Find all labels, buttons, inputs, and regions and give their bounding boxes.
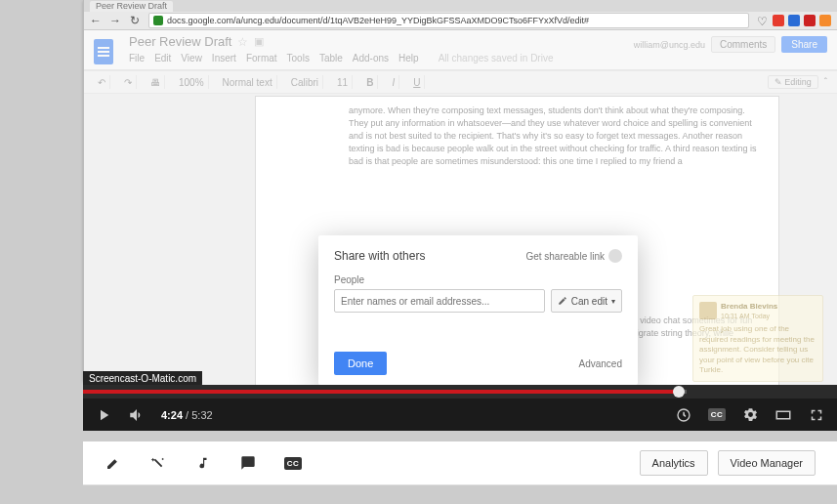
document-title[interactable]: Peer Review Draft [129, 34, 231, 49]
advanced-link[interactable]: Advanced [579, 358, 622, 369]
share-dialog: Share with others Get shareable link Peo… [318, 235, 638, 385]
permission-label: Can edit [571, 296, 607, 307]
menu-bar: File Edit View Insert Format Tools Table… [129, 49, 553, 69]
progress-handle[interactable] [673, 386, 685, 398]
permission-select[interactable]: Can edit ▾ [551, 289, 622, 313]
share-button-label: Share [791, 39, 817, 50]
reload-icon[interactable]: ↻ [129, 15, 141, 26]
menu-table[interactable]: Table [319, 53, 343, 63]
svg-rect-1 [776, 411, 790, 419]
lock-icon [153, 16, 163, 25]
current-time: 4:24 [161, 409, 183, 421]
comment-text: Great job using one of the required read… [699, 324, 816, 375]
font-select[interactable]: Calibri [287, 75, 323, 89]
comments-button[interactable]: Comments [711, 36, 775, 53]
pencil-icon [558, 296, 567, 306]
bookmark-icon[interactable]: ♡ [757, 15, 769, 26]
video-player: 4:24 / 5:32 CC [83, 385, 837, 431]
collapse-toolbar-icon[interactable]: ˆ [824, 77, 827, 88]
play-icon[interactable] [95, 406, 112, 424]
settings-icon[interactable] [741, 406, 759, 424]
extension-icon-2[interactable] [788, 15, 800, 26]
url-text: docs.google.com/a/uncg.edu/document/d/1t… [167, 16, 589, 25]
menu-help[interactable]: Help [398, 53, 419, 63]
avatar [699, 302, 717, 319]
theater-mode-icon[interactable] [774, 406, 792, 424]
video-manager-button[interactable]: Video Manager [718, 450, 816, 476]
italic-icon[interactable]: I [388, 75, 399, 89]
captions-icon[interactable]: CC [708, 406, 726, 424]
menu-edit[interactable]: Edit [154, 53, 171, 63]
address-bar[interactable]: docs.google.com/a/uncg.edu/document/d/1t… [148, 13, 749, 28]
progress-bar[interactable] [83, 385, 837, 399]
watch-later-icon[interactable] [675, 406, 692, 424]
share-button[interactable]: Share [781, 36, 827, 53]
enhance-icon[interactable] [105, 454, 122, 472]
browser-toolbar: ← → ↻ docs.google.com/a/uncg.edu/documen… [84, 12, 837, 30]
total-time: 5:32 [191, 409, 212, 421]
browser-window: Peer Review Draft ← → ↻ docs.google.com/… [83, 0, 837, 381]
fullscreen-icon[interactable] [808, 406, 825, 424]
comment-time: 10:31 AM Today [699, 312, 816, 320]
menu-file[interactable]: File [129, 53, 145, 63]
extension-icon-4[interactable] [819, 15, 831, 26]
redo-icon[interactable]: ↷ [120, 75, 137, 89]
forward-icon[interactable]: → [109, 15, 121, 26]
menu-format[interactable]: Format [246, 53, 277, 63]
get-shareable-link[interactable]: Get shareable link [525, 249, 622, 263]
browser-tab[interactable]: Peer Review Draft [90, 1, 173, 12]
menu-view[interactable]: View [181, 53, 202, 63]
back-icon[interactable]: ← [90, 15, 102, 26]
document-canvas: anymore. When they're composing text mes… [84, 94, 837, 416]
mode-select[interactable]: ✎ Editing [768, 75, 818, 89]
done-button[interactable]: Done [334, 352, 387, 375]
tab-title: Peer Review Draft [96, 1, 167, 11]
body-paragraph-1: anymore. When they're composing text mes… [349, 105, 759, 168]
menu-addons[interactable]: Add-ons [353, 53, 389, 63]
owner-email: william@uncg.edu [634, 40, 705, 50]
people-input[interactable] [334, 289, 545, 313]
folder-icon[interactable]: ▣ [254, 35, 264, 48]
comment-card[interactable]: Brenda Blevins 10:31 AM Today Great job … [692, 295, 823, 382]
undo-icon[interactable]: ↶ [94, 75, 110, 89]
docs-header: Peer Review Draft ☆ ▣ File Edit View Ins… [84, 30, 837, 70]
star-icon[interactable]: ☆ [237, 35, 248, 49]
comment-author: Brenda Blevins [699, 302, 816, 312]
audio-icon[interactable] [194, 454, 212, 472]
underline-icon[interactable]: U [409, 75, 425, 89]
progress-played [83, 390, 679, 394]
browser-tab-strip: Peer Review Draft [84, 0, 837, 12]
font-size-select[interactable]: 11 [333, 75, 353, 89]
people-label: People [334, 274, 622, 285]
print-icon[interactable]: 🖶 [146, 75, 165, 89]
dialog-title: Share with others [334, 249, 425, 263]
menu-tools[interactable]: Tools [287, 53, 310, 63]
creator-toolbar: CC Analytics Video Manager [83, 441, 837, 485]
extension-icon-1[interactable] [773, 15, 784, 26]
extension-icon-3[interactable] [804, 15, 816, 26]
chevron-down-icon: ▾ [611, 297, 615, 306]
time-display: 4:24 / 5:32 [161, 409, 213, 421]
bold-icon[interactable]: B [362, 75, 378, 89]
zoom-select[interactable]: 100% [175, 75, 209, 89]
save-status: All changes saved in Drive [439, 53, 554, 63]
annotations-icon[interactable] [239, 454, 257, 472]
link-icon [608, 249, 622, 263]
volume-icon[interactable] [128, 406, 146, 424]
docs-logo-icon[interactable] [94, 39, 113, 64]
menu-insert[interactable]: Insert [212, 53, 236, 63]
extension-icons: ♡ [757, 15, 831, 26]
style-select[interactable]: Normal text [219, 75, 277, 89]
docs-toolbar: ↶ ↷ 🖶 100% Normal text Calibri 11 B I U … [84, 70, 837, 94]
get-link-label: Get shareable link [525, 251, 605, 262]
cc-edit-icon[interactable]: CC [284, 454, 302, 472]
wand-icon[interactable] [149, 454, 167, 472]
analytics-button[interactable]: Analytics [640, 450, 708, 476]
